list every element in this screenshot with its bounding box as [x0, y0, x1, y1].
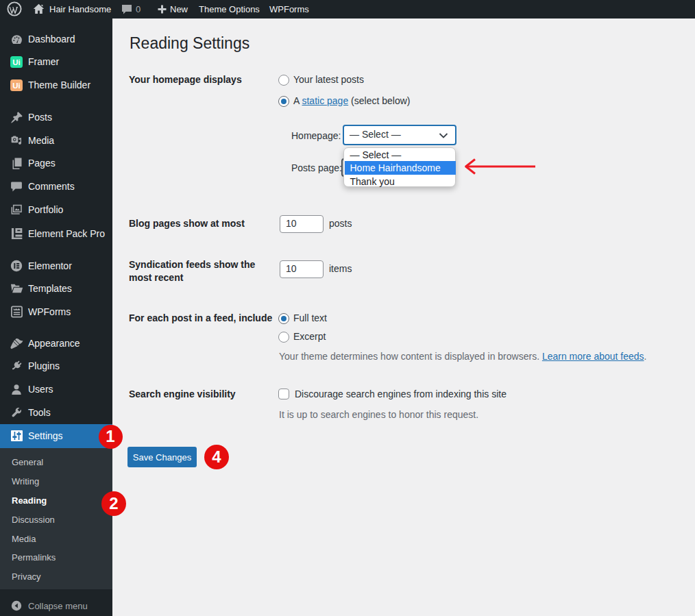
svg-text:Ui: Ui — [12, 81, 21, 89]
svg-text:Ui: Ui — [12, 58, 21, 66]
